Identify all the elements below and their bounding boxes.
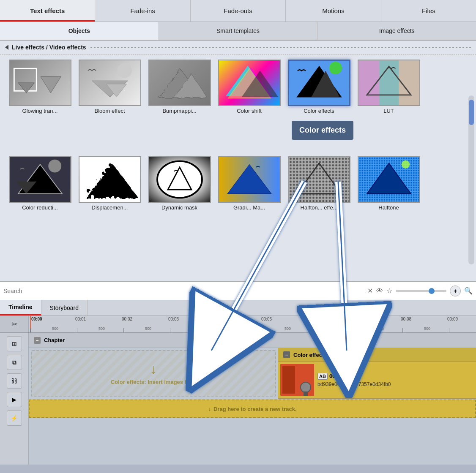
timecode-00-04: 00:04 [215, 317, 225, 321]
insert-zone[interactable]: ↓ Color effects: Insert images here [31, 350, 276, 397]
effect-item-colorshift[interactable]: Color shift [214, 60, 284, 150]
effect-label-halftone1: Halfton... effe... [288, 204, 350, 211]
color-effects-collapse-btn[interactable]: – [283, 351, 290, 358]
effect-label-displacement: Displacemen... [79, 204, 141, 211]
timeline-toolbar: ⊞ ⧉ ⛓ ▶ ⚡ [0, 333, 29, 465]
subtick-label-500-6: 500 [331, 326, 337, 331]
svg-point-21 [48, 160, 61, 173]
add-button[interactable]: + [450, 285, 461, 296]
effect-item-displacement[interactable]: Displacemen... [75, 156, 145, 246]
second-tab-bar: Objects Smart templates Image effects [0, 22, 476, 41]
effect-thumb-halftone1 [288, 156, 350, 203]
effect-label-bumpmapping: Bumpmappi... [148, 108, 211, 114]
track-area: ↓ Color effects: Insert images here – Co… [29, 348, 476, 399]
effect-thumb-dynamicmask [148, 156, 211, 203]
drag-arrow-icon: ↓ [208, 406, 211, 412]
tab-smart-templates[interactable]: Smart templates [159, 22, 318, 40]
effect-item-bloom[interactable]: Bloom effect [75, 60, 145, 150]
svg-point-13 [329, 62, 342, 74]
effect-thumb-coloreffects [288, 60, 350, 106]
search-magnifier-icon[interactable]: 🔍 [464, 287, 473, 295]
effect-label-colorreduction: Color reducti... [9, 204, 71, 211]
subtick-label-500-1: 500 [98, 326, 105, 331]
svg-marker-2 [40, 77, 60, 93]
timecode-00-02: 00:02 [122, 317, 132, 321]
ruler-marks-area: 00:00 00:01 00:02 00:03 00:04 00:05 00:0… [29, 316, 476, 332]
timecode-00-01: 00:01 [75, 317, 86, 321]
toolbar-btn-copy[interactable]: ⧉ [7, 355, 22, 370]
favorites-star-button[interactable]: ☆ [386, 287, 392, 295]
search-input[interactable] [3, 288, 364, 294]
tab-image-effects[interactable]: Image effects [317, 22, 476, 40]
timecode-00-03: 00:03 [168, 317, 179, 321]
drag-here-track[interactable]: ↓ Drag here to create a new track. [29, 400, 476, 418]
svg-point-42 [301, 382, 311, 392]
effect-item-glowing[interactable]: Glowing tran... [5, 60, 75, 150]
tab-timeline[interactable]: Timeline [0, 300, 41, 315]
color-effects-track-column: – Color effects [278, 348, 476, 399]
zoom-slider-container [396, 290, 446, 292]
ruler-toolbar-spacer: ✂ [0, 316, 29, 332]
effects-grid: Glowing tran... Bloom effect [0, 54, 476, 253]
tick-2 [123, 328, 124, 332]
effect-item-gradient[interactable]: Gradi... Ma... [214, 156, 284, 246]
subtick-label-500-2: 500 [145, 326, 151, 331]
subtick-label-500-0: 500 [52, 326, 58, 331]
subtick-label-500-5: 500 [285, 326, 291, 331]
clear-button[interactable]: ✕ [367, 287, 373, 295]
effect-label-colorshift: Color shift [218, 108, 281, 114]
effect-label-glowing: Glowing tran... [9, 108, 71, 114]
tab-fade-outs[interactable]: Fade-outs [191, 0, 286, 22]
effect-thumb-displacement [79, 156, 141, 203]
drag-here-text: Drag here to create a new track. [213, 406, 297, 412]
effect-label-halftone2: Halftone [358, 204, 420, 211]
timeline-body: ⊞ ⧉ ⛓ ▶ ⚡ – Chapter ↓ Color effects: Ins… [0, 333, 476, 465]
effect-item-dynamicmask[interactable]: Dynamic mask [145, 156, 214, 246]
ab-badge: AB [317, 373, 328, 380]
toolbar-btn-play[interactable]: ▶ [7, 392, 22, 407]
toolbar-btn-chain[interactable]: ⛓ [7, 373, 22, 389]
video-time: AB 00:05 [317, 373, 391, 380]
effect-item-halftone2[interactable]: Halftone [354, 156, 424, 246]
chapter-collapse-btn[interactable]: – [34, 337, 41, 344]
tab-text-effects[interactable]: Text effects [0, 0, 95, 22]
collapse-triangle[interactable] [5, 45, 8, 50]
svg-rect-43 [304, 391, 308, 396]
toolbar-btn-link[interactable]: ⚡ [7, 410, 22, 426]
effect-thumb-bump [148, 60, 211, 106]
tab-files[interactable]: Files [381, 0, 476, 22]
tab-motions[interactable]: Motions [286, 0, 381, 22]
effect-item-halftone1[interactable]: Halfton... effe... [284, 156, 354, 246]
effect-item-bumpmapping[interactable]: Bumpmappi... [145, 60, 214, 150]
tick-8 [402, 328, 403, 332]
ruler-marker-icon: ✂ [0, 316, 29, 333]
tab-storyboard[interactable]: Storyboard [41, 300, 88, 315]
effect-thumb-lut [358, 60, 420, 106]
timeline-tracks: – Chapter ↓ Color effects: Insert images… [29, 333, 476, 465]
effect-thumb-gradient [218, 156, 281, 203]
preview-eye-button[interactable]: 👁 [376, 287, 383, 295]
timecode-00-09: 00:09 [447, 317, 458, 321]
tab-objects[interactable]: Objects [0, 22, 159, 40]
playhead[interactable] [30, 316, 31, 329]
zoom-slider-thumb[interactable] [429, 288, 435, 294]
insert-arrow-icon: ↓ [150, 362, 157, 377]
svg-point-38 [401, 160, 409, 169]
tab-fade-ins[interactable]: Fade-ins [95, 0, 190, 22]
effect-item-lut[interactable]: LUT [354, 60, 424, 150]
video-id: bd939e00ef151277357e0d34fb0 [317, 381, 391, 387]
color-effects-track-header: – Color effects [278, 348, 476, 362]
scrollbar-thumb[interactable] [469, 100, 474, 125]
zoom-slider[interactable] [396, 290, 446, 292]
effect-label-coloreffects: Color effects [288, 108, 350, 114]
chapter-header: – Chapter [29, 333, 476, 348]
subtick-label-500-7: 500 [378, 326, 384, 331]
scrollbar-track[interactable] [468, 95, 474, 264]
effect-item-colorreduction[interactable]: Color reducti... [5, 156, 75, 246]
toolbar-btn-grid[interactable]: ⊞ [7, 336, 22, 351]
effect-thumb-colorshift [218, 60, 281, 106]
timeline-tabs: Timeline Storyboard [0, 300, 476, 316]
timecode-00-05: 00:05 [261, 317, 272, 321]
tick-7 [356, 328, 356, 332]
timecode-00-07: 00:07 [354, 317, 365, 321]
